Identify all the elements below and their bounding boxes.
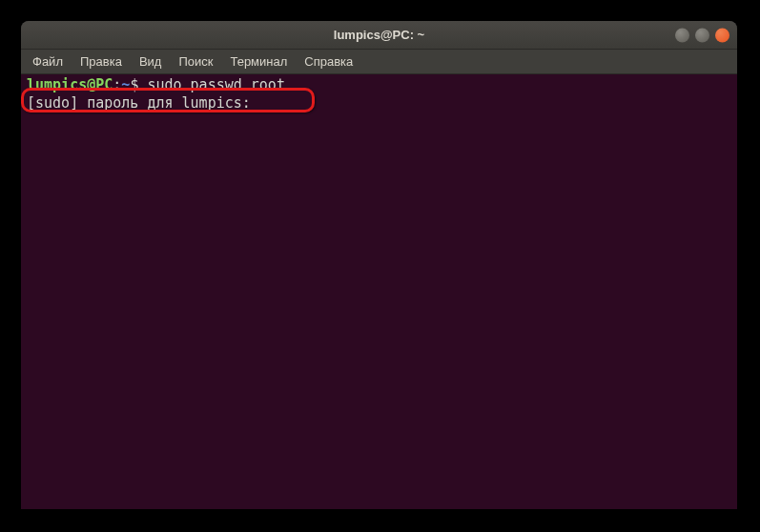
menubar: Файл Правка Вид Поиск Терминал Справка [21, 50, 737, 74]
menu-view[interactable]: Вид [132, 51, 170, 72]
terminal-window: lumpics@PC: ~ Файл Правка Вид Поиск Терм… [21, 21, 737, 509]
maximize-button[interactable] [695, 28, 709, 42]
menu-search[interactable]: Поиск [171, 51, 220, 72]
menu-file[interactable]: Файл [25, 51, 71, 72]
sudo-prompt: [sudo] пароль для lumpics: [27, 94, 259, 112]
entered-command: sudo passwd root [147, 76, 285, 93]
prompt-user-host: lumpics@PC [27, 76, 113, 93]
window-controls [675, 28, 729, 42]
output-line: [sudo] пароль для lumpics: [27, 94, 731, 113]
titlebar: lumpics@PC: ~ [21, 21, 737, 50]
menu-help[interactable]: Справка [297, 51, 360, 72]
close-button[interactable] [715, 28, 729, 42]
window-title: lumpics@PC: ~ [334, 28, 424, 42]
menu-terminal[interactable]: Терминал [222, 51, 295, 72]
menu-edit[interactable]: Правка [72, 51, 130, 72]
prompt-colon: : [113, 76, 121, 93]
prompt-line: lumpics@PC:~$ sudo passwd root [27, 76, 731, 94]
terminal-area[interactable]: lumpics@PC:~$ sudo passwd root [sudo] па… [21, 74, 737, 509]
minimize-button[interactable] [675, 28, 689, 42]
